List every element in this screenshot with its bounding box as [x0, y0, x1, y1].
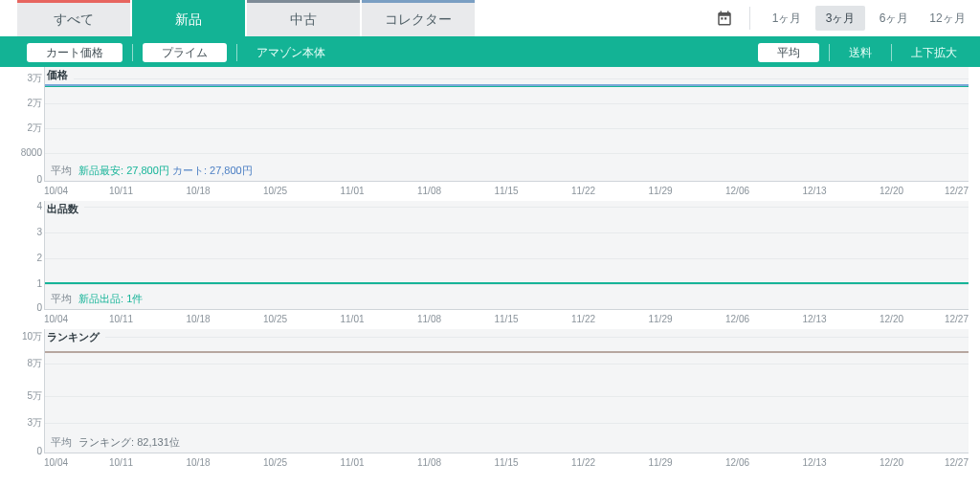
- opt-amazon-self[interactable]: アマゾン本体: [247, 45, 335, 61]
- y-tick: 0: [4, 303, 42, 313]
- divider: [891, 44, 892, 61]
- y-tick: 2: [4, 254, 42, 263]
- date-range-controls: 1ヶ月 3ヶ月 6ヶ月 12ヶ月: [711, 0, 980, 36]
- price-avg-legend: 平均 新品最安: 27,800円 カート: 27,800円: [47, 163, 256, 179]
- tab-used[interactable]: 中古: [247, 0, 360, 36]
- calendar-icon[interactable]: [711, 5, 738, 32]
- rank-xaxis: 10/0410/1110/1810/2511/0111/0811/1511/22…: [44, 455, 969, 471]
- offers-xaxis: 10/0410/1110/1810/2511/0111/0811/1511/22…: [44, 312, 969, 327]
- y-tick: 1: [4, 279, 42, 289]
- tab-new[interactable]: 新品: [132, 0, 245, 36]
- opt-expand[interactable]: 上下拡大: [902, 45, 967, 61]
- opt-average[interactable]: 平均: [758, 43, 819, 62]
- offers-plot-area[interactable]: 出品数 平均 新品出品: 1件: [44, 201, 969, 310]
- line-ranking: [45, 351, 969, 353]
- y-tick: 2万: [4, 99, 42, 108]
- opt-shipping[interactable]: 送料: [839, 45, 881, 61]
- divider: [132, 44, 133, 61]
- y-tick: 0: [4, 447, 42, 456]
- avg-offers-value: 1件: [126, 293, 143, 304]
- divider: [236, 44, 237, 61]
- line-new-offers: [45, 282, 969, 284]
- rank-chart-title: ランキング: [45, 330, 105, 345]
- y-tick: 8000: [4, 148, 42, 158]
- offers-avg-legend: 平均 新品出品: 1件: [47, 291, 146, 307]
- rank-chart: 10万 8万 5万 3万 0 ランキング 平均 ランキング: 82,131位 1…: [0, 329, 980, 471]
- y-tick: 0: [4, 175, 42, 185]
- price-xaxis: 10/0410/1110/1810/2511/0111/0811/1511/22…: [44, 184, 969, 199]
- avg-prefix: 平均: [51, 293, 72, 304]
- avg-rank-value: 82,131位: [137, 436, 180, 448]
- offers-chart-title: 出品数: [45, 202, 84, 217]
- y-tick: 10万: [4, 332, 42, 342]
- opt-cart-price[interactable]: カート価格: [27, 43, 122, 62]
- avg-prefix: 平均: [51, 436, 72, 448]
- condition-tabs: すべて 新品 中古 コレクター 1ヶ月 3ヶ月 6ヶ月 12ヶ月: [0, 0, 980, 38]
- rank-plot-area[interactable]: ランキング 平均 ランキング: 82,131位: [44, 329, 969, 453]
- avg-new-low-label: 新品最安:: [78, 165, 123, 176]
- avg-cart-value: 27,800円: [210, 165, 253, 176]
- range-1m[interactable]: 1ヶ月: [762, 6, 812, 31]
- tab-all[interactable]: すべて: [17, 0, 130, 36]
- y-tick: 4: [4, 202, 42, 211]
- range-12m[interactable]: 12ヶ月: [923, 6, 972, 31]
- avg-rank-label: ランキング:: [78, 436, 134, 448]
- y-tick: 8万: [4, 359, 42, 368]
- tab-collector[interactable]: コレクター: [362, 0, 475, 36]
- rank-avg-legend: 平均 ランキング: 82,131位: [47, 434, 184, 451]
- y-tick: 2万: [4, 123, 42, 133]
- price-chart-title: 価格: [45, 68, 74, 83]
- avg-new-low-value: 27,800円: [126, 165, 169, 176]
- range-3m[interactable]: 3ヶ月: [815, 6, 865, 31]
- opt-prime[interactable]: プライム: [143, 43, 227, 62]
- avg-cart-label: カート:: [172, 165, 207, 176]
- price-plot-area[interactable]: 価格 平均 新品最安: 27,800円 カート: 27,800円: [44, 67, 969, 182]
- chart-options-bar: カート価格 プライム アマゾン本体 平均 送料 上下拡大: [0, 38, 980, 67]
- avg-offers-label: 新品出品:: [78, 293, 123, 304]
- y-tick: 3: [4, 228, 42, 237]
- divider: [829, 44, 830, 61]
- price-chart: 3万 2万 2万 8000 0 価格 平均 新品最安: 27,800円 カート:…: [0, 67, 980, 199]
- y-tick: 5万: [4, 391, 42, 401]
- line-new-lowest: [45, 86, 969, 87]
- range-6m[interactable]: 6ヶ月: [869, 6, 919, 31]
- y-tick: 3万: [4, 418, 42, 428]
- y-tick: 3万: [4, 74, 42, 83]
- divider: [749, 7, 750, 30]
- offers-chart: 4 3 2 1 0 出品数 平均 新品出品: 1件 10/0410/1110/1…: [0, 201, 980, 327]
- avg-prefix: 平均: [51, 165, 72, 176]
